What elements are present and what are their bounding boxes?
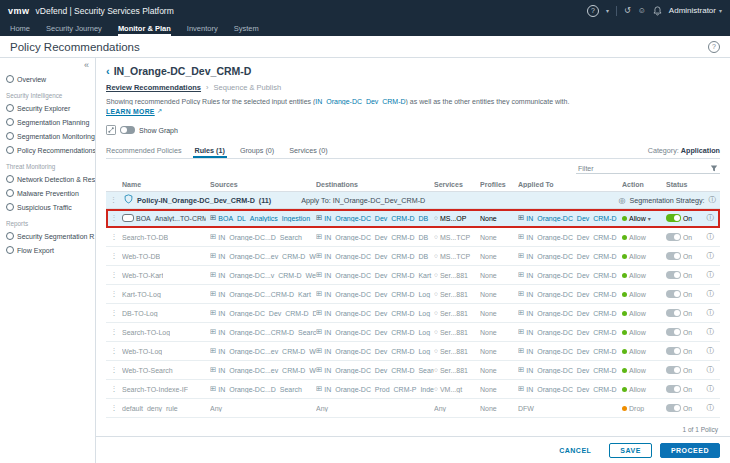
entity-link[interactable]: IN_Orange-DC_Dev_CRM-D — [526, 291, 616, 298]
column-header-status[interactable]: Status — [666, 181, 720, 188]
status-toggle[interactable] — [666, 271, 681, 279]
entity-link[interactable]: IN_Orange-DC_Dev_CRM-D_DB — [218, 310, 316, 317]
filter-input[interactable]: Filter — [576, 163, 720, 174]
entity-link[interactable]: IN_Orange-DC_Dev_CRM-D — [526, 272, 616, 279]
entity-link[interactable]: IN_Orange-DC_Dev_CRM-D — [526, 215, 616, 222]
status-toggle[interactable] — [666, 404, 681, 412]
entity-link[interactable]: IN_Orange-DC_Dev_CRM-D_Log — [324, 348, 430, 355]
status-toggle[interactable] — [666, 366, 681, 374]
column-header-services[interactable]: Services — [434, 181, 480, 188]
table-row[interactable]: ⋮default_deny_ruleAnyAnyAnyNoneDFWDropOn… — [106, 399, 720, 418]
drag-handle-icon[interactable]: ⋮ — [106, 309, 122, 317]
entity-link[interactable]: IN_Orange-DC...D_Search — [218, 386, 302, 393]
tab-services[interactable]: Services (0) — [287, 146, 329, 158]
entity-link[interactable]: IN_Orange-DC...ev_CRM-D_Web — [218, 348, 316, 355]
table-row[interactable]: ⋮Web-TO-Kart⊞IN_Orange-DC...v_CRM-D_Web⊞… — [106, 266, 720, 285]
entity-link[interactable]: IN_Orange-DC_Dev_CRM-D_Search — [324, 367, 434, 374]
action-cell[interactable]: Allow — [622, 348, 666, 355]
sidebar-item-malware-prevention[interactable]: Malware Prevention — [0, 186, 95, 200]
table-row[interactable]: ⋮Web-TO-Search⊞IN_Orange-DC...ev_CRM-D_W… — [106, 361, 720, 380]
info-icon[interactable]: ⓘ — [707, 347, 715, 355]
category-value[interactable]: Application — [681, 146, 720, 155]
sidebar-collapse-button[interactable]: « — [0, 60, 95, 72]
table-row[interactable]: ⋮Web-TO-Log⊞IN_Orange-DC...ev_CRM-D_Web⊞… — [106, 342, 720, 361]
step-review-recommendations[interactable]: Review Recommendations — [106, 83, 201, 92]
drag-handle-icon[interactable]: ⋮ — [106, 366, 122, 374]
drag-handle-icon[interactable]: ⋮ — [106, 328, 122, 336]
info-icon[interactable]: ⓘ — [707, 309, 715, 317]
proceed-button[interactable]: PROCEED — [660, 443, 720, 458]
table-row[interactable]: ⋮Search-TO-Log⊞IN_Orange-DC...CRM-D_Sear… — [106, 323, 720, 342]
nav-item-system[interactable]: System — [234, 24, 259, 36]
policy-group-row[interactable]: ⋮ Policy-IN_Orange-DC_Dev_CRM-D (11) App… — [106, 192, 720, 209]
entity-link[interactable]: IN_Orange-DC...CRM-D_Search — [218, 329, 316, 336]
entity-link[interactable]: IN_Orange-DC...ev_CRM-D_Web — [218, 253, 316, 260]
entity-link[interactable]: BOA_DL_Analytics_Ingestion — [218, 215, 310, 222]
drag-handle-icon[interactable]: ⋮ — [106, 404, 122, 412]
cancel-button[interactable]: CANCEL — [549, 444, 601, 457]
status-toggle[interactable] — [666, 233, 681, 241]
column-header-name[interactable]: Name — [122, 181, 210, 188]
tab-groups[interactable]: Groups (0) — [238, 146, 276, 158]
entity-link[interactable]: IN_Orange-DC_Dev_CRM-D — [526, 367, 616, 374]
drag-handle-icon[interactable]: ⋮ — [106, 271, 122, 279]
info-icon[interactable]: ⓘ — [707, 271, 715, 279]
column-header-profiles[interactable]: Profiles — [480, 181, 518, 188]
entity-link[interactable]: IN_Orange-DC_Dev_CRM-D_DB — [324, 234, 428, 241]
action-cell[interactable]: Allow — [622, 367, 666, 374]
drag-handle-icon[interactable]: ⋮ — [106, 252, 122, 260]
table-row[interactable]: ⋮Search-TO-DB⊞IN_Orange-DC...D_Search⊞IN… — [106, 228, 720, 247]
entity-link[interactable]: IN_Orange-DC...ev_CRM-D_Web — [218, 367, 316, 374]
page-help-icon[interactable]: ? — [708, 41, 720, 53]
status-toggle[interactable] — [666, 328, 681, 336]
entity-link[interactable]: IN_Orange-DC_Dev_CRM-D_Kart — [324, 272, 431, 279]
back-icon[interactable]: ‹ — [106, 65, 110, 77]
drag-handle-icon[interactable]: ⋮ — [106, 214, 122, 222]
entity-link[interactable]: IN_Orange-DC_Dev_CRM-D — [526, 348, 616, 355]
sidebar-item-policy-recommendations[interactable]: Policy Recommendations — [0, 143, 95, 157]
info-icon[interactable]: ⓘ — [707, 252, 715, 260]
entity-link[interactable]: IN_Orange-DC_Dev_CRM-D — [315, 98, 405, 105]
tab-rules[interactable]: Rules (1) — [193, 146, 227, 158]
info-icon[interactable]: ⓘ — [707, 404, 715, 412]
drag-handle-icon[interactable]: ⋮ — [106, 290, 122, 298]
table-row[interactable]: ⋮DB-TO-Log⊞IN_Orange-DC_Dev_CRM-D_DB⊞IN_… — [106, 304, 720, 323]
entity-link[interactable]: IN_Orange-DC...CRM-D_Kart — [218, 291, 311, 298]
status-toggle[interactable] — [666, 309, 681, 317]
learn-more-link[interactable]: LEARN MORE — [106, 108, 155, 115]
sidebar-item-flow-export[interactable]: Flow Export — [0, 243, 95, 257]
entity-link[interactable]: IN_Orange-DC_Dev_CRM-D — [526, 310, 616, 317]
sidebar-item-security-explorer[interactable]: Security Explorer — [0, 101, 95, 115]
sidebar-item-segmentation-planning[interactable]: Segmentation Planning — [0, 115, 95, 129]
entity-link[interactable]: IN_Orange-DC_Dev_CRM-D_Log — [324, 291, 430, 298]
table-row[interactable]: ⋮Kart-TO-Log⊞IN_Orange-DC...CRM-D_Kart⊞I… — [106, 285, 720, 304]
step-sequence-publish[interactable]: Sequence & Publish — [214, 83, 282, 92]
sidebar-item-suspicious-traffic[interactable]: Suspicious Traffic — [0, 200, 95, 214]
sidebar-item-segmentation-monitoring[interactable]: Segmentation Monitoring — [0, 129, 95, 143]
column-header-destinations[interactable]: Destinations — [316, 181, 434, 188]
column-header-sources[interactable]: Sources — [210, 181, 316, 188]
show-graph-toggle[interactable] — [120, 126, 135, 134]
info-icon[interactable]: ⓘ — [707, 328, 715, 336]
entity-link[interactable]: IN_Orange-DC_Dev_CRM-D — [526, 253, 616, 260]
table-row[interactable]: ⋮BOA_Analyt...TO-CRM-D-DB⊞BOA_DL_Analyti… — [106, 209, 720, 228]
status-toggle[interactable] — [666, 385, 681, 393]
history-icon[interactable]: ↺ — [624, 6, 631, 15]
action-cell[interactable]: Allow — [622, 253, 666, 260]
info-icon[interactable]: ⓘ — [707, 366, 715, 374]
info-icon[interactable]: ⓘ — [707, 214, 715, 222]
entity-link[interactable]: IN_Orange-DC_Dev_CRM-D_Log — [324, 329, 430, 336]
entity-link[interactable]: IN_Orange-DC_Prod_CRM-P_Indexe — [324, 386, 434, 393]
nav-item-home[interactable]: Home — [10, 24, 30, 36]
info-icon[interactable]: ⓘ — [709, 196, 717, 204]
status-toggle[interactable] — [666, 214, 681, 222]
table-row[interactable]: ⋮Web-TO-DB⊞IN_Orange-DC...ev_CRM-D_Web⊞I… — [106, 247, 720, 266]
status-toggle[interactable] — [666, 252, 681, 260]
info-icon[interactable]: ⓘ — [707, 290, 715, 298]
nav-item-monitor-plan[interactable]: Monitor & Plan — [118, 24, 171, 36]
action-cell[interactable]: Allow — [622, 234, 666, 241]
nav-item-security-journey[interactable]: Security Journey — [46, 24, 102, 36]
action-cell[interactable]: Allow — [622, 272, 666, 279]
sidebar-item-overview[interactable]: Overview — [0, 72, 95, 86]
drag-handle-icon[interactable]: ⋮ — [106, 233, 122, 241]
